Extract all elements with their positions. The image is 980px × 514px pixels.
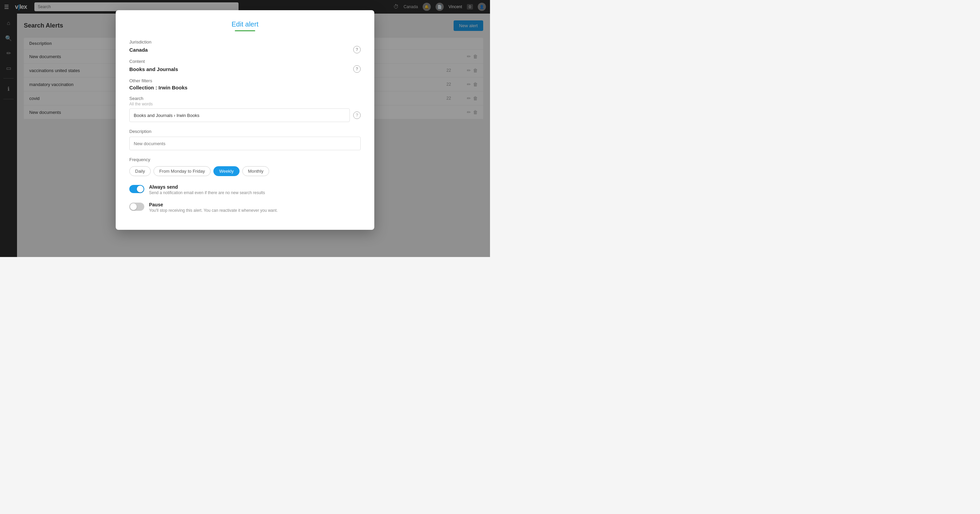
search-label: Search [129, 96, 361, 101]
content-text: Books and Journals [129, 66, 178, 72]
toggle-thumb-on [137, 186, 143, 192]
pause-row: Pause You'll stop receiving this alert. … [129, 202, 361, 213]
modal-title: Edit alert [129, 21, 361, 28]
jurisdiction-help-icon[interactable]: ? [353, 46, 361, 53]
modal-title-underline [235, 30, 255, 31]
other-filters-text: Collection : Irwin Books [129, 85, 188, 90]
content-value: Books and Journals ? [129, 65, 361, 73]
other-filters-value: Collection : Irwin Books [129, 85, 361, 90]
other-filters-label: Other filters [129, 78, 361, 83]
jurisdiction-text: Canada [129, 47, 148, 53]
pause-toggle[interactable] [129, 203, 144, 211]
freq-weekly-button[interactable]: Weekly [213, 166, 239, 176]
modal: Edit alert Jurisdiction Canada ? Content… [116, 10, 374, 230]
toggle-thumb-off [130, 203, 137, 210]
always-send-text: Always send Send a notification email ev… [149, 184, 265, 195]
always-send-row: Always send Send a notification email ev… [129, 184, 361, 195]
search-row: ? [129, 108, 361, 122]
pause-desc: You'll stop receiving this alert. You ca… [149, 208, 278, 213]
frequency-label: Frequency [129, 157, 361, 162]
always-send-toggle[interactable] [129, 185, 144, 193]
freq-daily-button[interactable]: Daily [129, 166, 151, 176]
always-send-desc: Send a notification email even if there … [149, 190, 265, 195]
freq-mon-fri-button[interactable]: From Monday to Friday [153, 166, 211, 176]
pause-title: Pause [149, 202, 278, 207]
description-label: Description [129, 129, 361, 134]
jurisdiction-value: Canada ? [129, 46, 361, 53]
always-send-title: Always send [149, 184, 265, 190]
freq-monthly-button[interactable]: Monthly [242, 166, 269, 176]
pause-text: Pause You'll stop receiving this alert. … [149, 202, 278, 213]
description-field[interactable] [129, 136, 361, 150]
jurisdiction-label: Jurisdiction [129, 40, 361, 44]
frequency-options: Daily From Monday to Friday Weekly Month… [129, 166, 361, 176]
search-field[interactable] [129, 108, 350, 122]
modal-overlay[interactable]: Edit alert Jurisdiction Canada ? Content… [0, 0, 490, 257]
content-help-icon[interactable]: ? [353, 65, 361, 73]
content-label: Content [129, 59, 361, 64]
search-sublabel: All the words [129, 102, 361, 106]
search-help-icon[interactable]: ? [353, 111, 361, 119]
